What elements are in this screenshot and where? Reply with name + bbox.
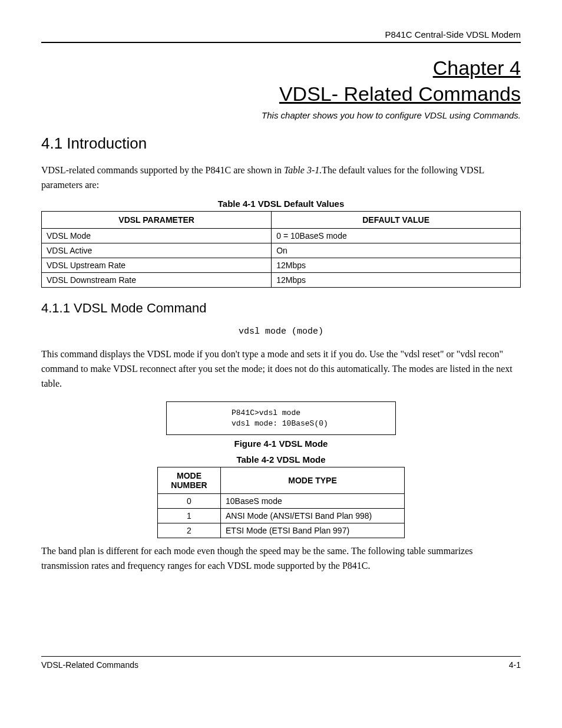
table-cell: VDSL Upstream Rate [42,258,272,272]
table-cell: ANSI Mode (ANSI/ETSI Band Plan 998) [221,509,405,523]
table-row: 0 10BaseS mode [158,494,405,509]
table-header-param: VDSL PARAMETER [42,211,272,228]
table-cell: VDSL Downstream Rate [42,272,272,287]
chapter-subtitle: This chapter shows you how to configure … [41,110,521,120]
table-cell: 12Mbps [272,272,521,287]
table-row: 1 ANSI Mode (ANSI/ETSI Band Plan 998) [158,509,405,523]
page-footer: VDSL-Related Commands 4-1 [41,660,521,670]
header-rule [41,42,521,43]
table-cell: 2 [158,523,221,538]
section-4-1-heading: 4.1 Introduction [41,134,521,153]
table-row: VDSL Upstream Rate 12Mbps [42,258,521,272]
table-row: VDSL Mode 0 = 10BaseS mode [42,228,521,243]
table-cell: On [272,243,521,258]
table-4-2-caption: Table 4-2 VDSL Mode [41,454,521,465]
table-row: MODE NUMBER MODE TYPE [158,467,405,494]
table-cell: 1 [158,509,221,523]
table-header-default: DEFAULT VALUE [272,211,521,228]
closing-paragraph: The band plan is different for each mode… [41,544,521,574]
table-4-1-caption: Table 4-1 VDSL Default Values [41,199,521,209]
intro-text-prefix: VDSL-related commands supported by the P… [41,165,284,175]
chapter-number: Chapter 4 [433,57,521,79]
chapter-name: VDSL- Related Commands [41,81,521,107]
table-4-1: VDSL PARAMETER DEFAULT VALUE VDSL Mode 0… [41,211,521,288]
footer-section-name: VDSL-Related Commands [41,660,138,670]
table-cell: 12Mbps [272,258,521,272]
section-4-1-1-heading: 4.1.1 VDSL Mode Command [41,301,521,316]
table-row: 2 ETSI Mode (ETSI Band Plan 997) [158,523,405,538]
table-row: VDSL PARAMETER DEFAULT VALUE [42,211,521,228]
header-product-name: P841C Central-Side VDSL Modem [41,29,521,39]
table-row: VDSL Active On [42,243,521,258]
table-cell: VDSL Active [42,243,272,258]
intro-table-ref: Table 3-1. [284,165,322,175]
terminal-line-1: P841C>vdsl mode [232,409,300,417]
mode-command-paragraph: This command displays the VDSL mode if y… [41,347,521,391]
terminal-output: P841C>vdsl mode vdsl mode: 10BaseS(0) [166,401,396,435]
footer-page-number: 4-1 [509,660,521,670]
table-cell: ETSI Mode (ETSI Band Plan 997) [221,523,405,538]
command-syntax: vdsl mode (mode) [41,327,521,337]
figure-4-1-caption: Figure 4-1 VDSL Mode [41,439,521,449]
table-header-mode-number: MODE NUMBER [158,467,221,494]
terminal-line-2: vdsl mode: 10BaseS(0) [232,419,328,428]
table-cell: 0 [158,494,221,509]
chapter-title: Chapter 4 VDSL- Related Commands [41,55,521,107]
table-4-2: MODE NUMBER MODE TYPE 0 10BaseS mode 1 A… [157,467,405,538]
footer-rule [41,656,521,657]
table-cell: 10BaseS mode [221,494,405,509]
table-header-mode-type: MODE TYPE [221,467,405,494]
table-cell: VDSL Mode [42,228,272,243]
table-cell: 0 = 10BaseS mode [272,228,521,243]
intro-paragraph: VDSL-related commands supported by the P… [41,163,521,193]
table-row: VDSL Downstream Rate 12Mbps [42,272,521,287]
